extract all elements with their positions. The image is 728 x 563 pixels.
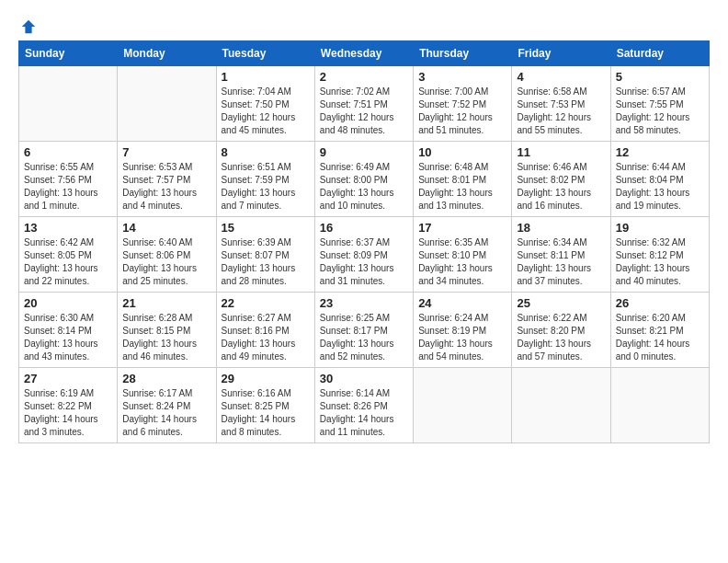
calendar-header-monday: Monday	[118, 41, 216, 66]
day-info: Sunrise: 6:55 AM Sunset: 7:56 PM Dayligh…	[24, 161, 112, 213]
day-info: Sunrise: 6:40 AM Sunset: 8:06 PM Dayligh…	[122, 236, 210, 288]
day-info: Sunrise: 6:19 AM Sunset: 8:22 PM Dayligh…	[24, 387, 112, 439]
day-info: Sunrise: 6:20 AM Sunset: 8:21 PM Dayligh…	[616, 312, 704, 363]
logo	[18, 18, 37, 31]
day-info: Sunrise: 6:30 AM Sunset: 8:14 PM Dayligh…	[24, 312, 112, 363]
calendar-cell: 26Sunrise: 6:20 AM Sunset: 8:21 PM Dayli…	[610, 293, 709, 368]
day-number: 20	[24, 296, 112, 310]
day-number: 2	[320, 70, 408, 84]
day-number: 11	[517, 145, 605, 159]
calendar-cell: 27Sunrise: 6:19 AM Sunset: 8:22 PM Dayli…	[19, 368, 118, 443]
day-number: 10	[418, 145, 506, 159]
calendar-cell	[118, 66, 216, 142]
day-number: 21	[122, 296, 210, 310]
day-info: Sunrise: 6:34 AM Sunset: 8:11 PM Dayligh…	[517, 236, 605, 288]
day-number: 1	[222, 70, 310, 84]
day-number: 22	[222, 296, 310, 310]
calendar-cell: 1Sunrise: 7:04 AM Sunset: 7:50 PM Daylig…	[216, 66, 314, 142]
calendar-cell: 14Sunrise: 6:40 AM Sunset: 8:06 PM Dayli…	[118, 217, 216, 293]
calendar-cell	[610, 368, 709, 443]
day-number: 26	[616, 296, 704, 310]
calendar-header-saturday: Saturday	[610, 41, 709, 66]
day-info: Sunrise: 6:48 AM Sunset: 8:01 PM Dayligh…	[418, 161, 506, 213]
calendar-cell: 8Sunrise: 6:51 AM Sunset: 7:59 PM Daylig…	[216, 142, 314, 217]
calendar-cell: 10Sunrise: 6:48 AM Sunset: 8:01 PM Dayli…	[414, 142, 512, 217]
day-info: Sunrise: 6:42 AM Sunset: 8:05 PM Dayligh…	[24, 236, 112, 288]
day-number: 14	[122, 221, 210, 235]
header	[18, 18, 710, 31]
day-number: 3	[418, 70, 506, 84]
calendar-header-row: SundayMondayTuesdayWednesdayThursdayFrid…	[19, 41, 710, 66]
day-number: 19	[616, 221, 704, 235]
calendar-cell: 11Sunrise: 6:46 AM Sunset: 8:02 PM Dayli…	[512, 142, 610, 217]
calendar-cell	[19, 66, 118, 142]
calendar-header-wednesday: Wednesday	[314, 41, 413, 66]
day-number: 24	[418, 296, 506, 310]
calendar-cell: 22Sunrise: 6:27 AM Sunset: 8:16 PM Dayli…	[216, 293, 314, 368]
day-info: Sunrise: 6:14 AM Sunset: 8:26 PM Dayligh…	[320, 387, 408, 439]
calendar-header-sunday: Sunday	[19, 41, 118, 66]
day-info: Sunrise: 6:53 AM Sunset: 7:57 PM Dayligh…	[122, 161, 210, 213]
day-number: 5	[616, 70, 704, 84]
calendar-cell: 20Sunrise: 6:30 AM Sunset: 8:14 PM Dayli…	[19, 293, 118, 368]
logo-icon	[20, 18, 37, 35]
day-number: 18	[517, 221, 605, 235]
day-number: 23	[320, 296, 408, 310]
calendar-header-tuesday: Tuesday	[216, 41, 314, 66]
day-info: Sunrise: 6:27 AM Sunset: 8:16 PM Dayligh…	[222, 312, 310, 363]
day-info: Sunrise: 6:32 AM Sunset: 8:12 PM Dayligh…	[616, 236, 704, 288]
calendar-cell	[414, 368, 512, 443]
calendar-cell: 25Sunrise: 6:22 AM Sunset: 8:20 PM Dayli…	[512, 293, 610, 368]
calendar-cell: 15Sunrise: 6:39 AM Sunset: 8:07 PM Dayli…	[216, 217, 314, 293]
calendar-cell: 6Sunrise: 6:55 AM Sunset: 7:56 PM Daylig…	[19, 142, 118, 217]
day-number: 25	[517, 296, 605, 310]
day-info: Sunrise: 6:49 AM Sunset: 8:00 PM Dayligh…	[320, 161, 408, 213]
day-info: Sunrise: 6:17 AM Sunset: 8:24 PM Dayligh…	[122, 387, 210, 439]
calendar-cell: 28Sunrise: 6:17 AM Sunset: 8:24 PM Dayli…	[118, 368, 216, 443]
day-number: 27	[24, 372, 112, 385]
day-info: Sunrise: 6:16 AM Sunset: 8:25 PM Dayligh…	[222, 387, 310, 439]
calendar-week-row: 27Sunrise: 6:19 AM Sunset: 8:22 PM Dayli…	[19, 368, 710, 443]
calendar-week-row: 13Sunrise: 6:42 AM Sunset: 8:05 PM Dayli…	[19, 217, 710, 293]
day-info: Sunrise: 6:39 AM Sunset: 8:07 PM Dayligh…	[222, 236, 310, 288]
day-number: 15	[222, 221, 310, 235]
calendar-cell: 18Sunrise: 6:34 AM Sunset: 8:11 PM Dayli…	[512, 217, 610, 293]
calendar-header-friday: Friday	[512, 41, 610, 66]
calendar: SundayMondayTuesdayWednesdayThursdayFrid…	[18, 40, 710, 443]
calendar-cell: 21Sunrise: 6:28 AM Sunset: 8:15 PM Dayli…	[118, 293, 216, 368]
svg-marker-0	[22, 20, 35, 33]
day-number: 4	[517, 70, 605, 84]
day-info: Sunrise: 6:28 AM Sunset: 8:15 PM Dayligh…	[122, 312, 210, 363]
calendar-cell	[512, 368, 610, 443]
calendar-header-thursday: Thursday	[414, 41, 512, 66]
day-number: 30	[320, 372, 408, 385]
day-info: Sunrise: 6:44 AM Sunset: 8:04 PM Dayligh…	[616, 161, 704, 213]
calendar-cell: 4Sunrise: 6:58 AM Sunset: 7:53 PM Daylig…	[512, 66, 610, 142]
day-info: Sunrise: 6:22 AM Sunset: 8:20 PM Dayligh…	[517, 312, 605, 363]
day-info: Sunrise: 6:58 AM Sunset: 7:53 PM Dayligh…	[517, 86, 605, 137]
day-info: Sunrise: 6:35 AM Sunset: 8:10 PM Dayligh…	[418, 236, 506, 288]
day-info: Sunrise: 7:02 AM Sunset: 7:51 PM Dayligh…	[320, 86, 408, 137]
calendar-cell: 24Sunrise: 6:24 AM Sunset: 8:19 PM Dayli…	[414, 293, 512, 368]
day-number: 6	[24, 145, 112, 159]
calendar-cell: 3Sunrise: 7:00 AM Sunset: 7:52 PM Daylig…	[414, 66, 512, 142]
day-info: Sunrise: 6:25 AM Sunset: 8:17 PM Dayligh…	[320, 312, 408, 363]
day-info: Sunrise: 6:24 AM Sunset: 8:19 PM Dayligh…	[418, 312, 506, 363]
calendar-cell: 9Sunrise: 6:49 AM Sunset: 8:00 PM Daylig…	[314, 142, 413, 217]
page: SundayMondayTuesdayWednesdayThursdayFrid…	[0, 0, 728, 453]
calendar-week-row: 1Sunrise: 7:04 AM Sunset: 7:50 PM Daylig…	[19, 66, 710, 142]
day-number: 16	[320, 221, 408, 235]
day-info: Sunrise: 6:37 AM Sunset: 8:09 PM Dayligh…	[320, 236, 408, 288]
calendar-week-row: 20Sunrise: 6:30 AM Sunset: 8:14 PM Dayli…	[19, 293, 710, 368]
calendar-week-row: 6Sunrise: 6:55 AM Sunset: 7:56 PM Daylig…	[19, 142, 710, 217]
day-info: Sunrise: 6:46 AM Sunset: 8:02 PM Dayligh…	[517, 161, 605, 213]
calendar-cell: 7Sunrise: 6:53 AM Sunset: 7:57 PM Daylig…	[118, 142, 216, 217]
day-info: Sunrise: 7:04 AM Sunset: 7:50 PM Dayligh…	[222, 86, 310, 137]
calendar-cell: 17Sunrise: 6:35 AM Sunset: 8:10 PM Dayli…	[414, 217, 512, 293]
day-number: 8	[222, 145, 310, 159]
day-number: 29	[222, 372, 310, 385]
calendar-cell: 13Sunrise: 6:42 AM Sunset: 8:05 PM Dayli…	[19, 217, 118, 293]
day-number: 28	[122, 372, 210, 385]
day-info: Sunrise: 7:00 AM Sunset: 7:52 PM Dayligh…	[418, 86, 506, 137]
calendar-cell: 12Sunrise: 6:44 AM Sunset: 8:04 PM Dayli…	[610, 142, 709, 217]
